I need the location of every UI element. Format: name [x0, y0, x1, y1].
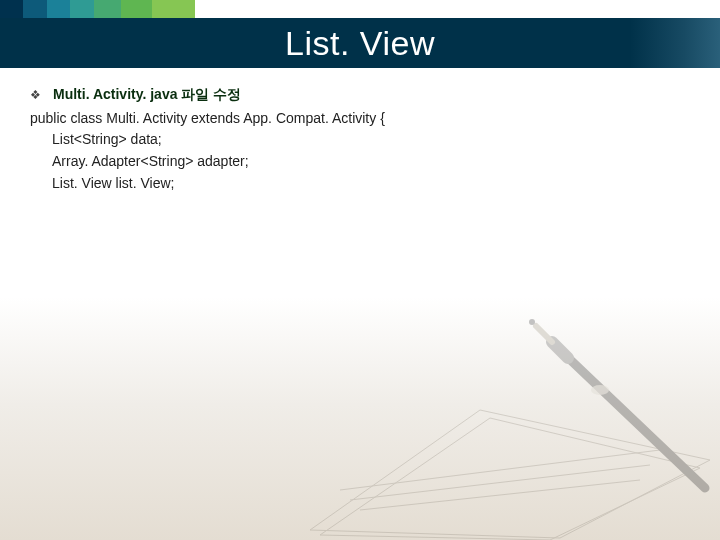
code-line: List. View list. View; [30, 173, 690, 195]
diamond-bullet-icon: ❖ [30, 86, 41, 105]
slide-title: List. View [285, 24, 435, 63]
background-pen-paper-illustration [300, 290, 720, 540]
code-line: public class Multi. Activity extends App… [30, 108, 690, 130]
code-line: Array. Adapter<String> adapter; [30, 151, 690, 173]
slide-content: ❖ Multi. Activity. java 파일 수정 public cla… [30, 84, 690, 194]
bullet-text: Multi. Activity. java 파일 수정 [53, 84, 241, 106]
header-accent-gradient [0, 0, 195, 18]
header-band: List. View [0, 0, 720, 72]
svg-point-1 [591, 385, 609, 395]
title-bar: List. View [0, 18, 720, 68]
code-line: List<String> data; [30, 129, 690, 151]
slide: List. View ❖ Multi. Activity. java 파일 수정… [0, 0, 720, 540]
bullet-row: ❖ Multi. Activity. java 파일 수정 [30, 84, 690, 106]
svg-point-0 [529, 319, 535, 325]
